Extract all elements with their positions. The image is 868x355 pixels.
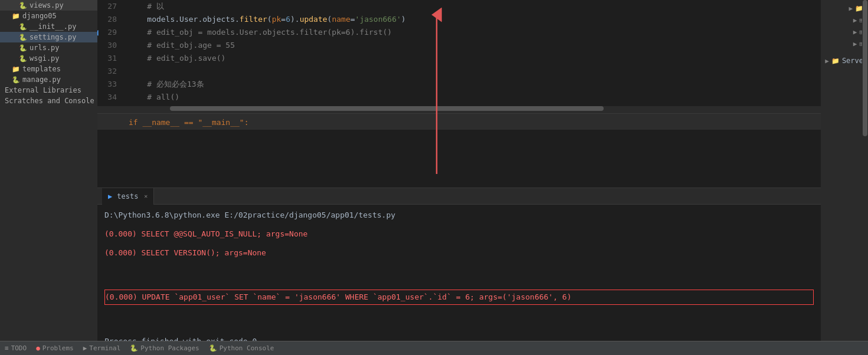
terminal-line-1: D:\Python3.6.8\python.exe E:/02practice/… xyxy=(104,209,814,221)
serve-label[interactable]: Serve xyxy=(842,57,863,65)
code-line-30: 30 # edit_obj.age = 55 xyxy=(97,39,821,52)
python-file-icon: 🐍 xyxy=(19,2,27,9)
code-line-34: 34 # all() xyxy=(97,91,821,104)
scrollbar-thumb xyxy=(863,0,867,136)
terminal-empty-4 xyxy=(104,328,814,336)
sidebar: 🐍 views.py 📁 django05 🐍 __init__.py 🐍 se… xyxy=(0,0,97,341)
terminal-empty-3 xyxy=(104,259,814,266)
bottom-code-line: if __name__ == "__main__": xyxy=(97,113,821,130)
expand-icon-3: ▶ xyxy=(853,28,857,36)
status-item-python-packages[interactable]: 🐍 Python Packages xyxy=(130,344,199,352)
terminal-section: ▶ tests ✕ D:\Python3.6.8\python.exe E:/0… xyxy=(97,188,821,341)
status-bar: ≡ TODO ● Problems ▶ Terminal 🐍 Python Pa… xyxy=(0,341,868,355)
python-file-icon: 🐍 xyxy=(19,44,27,52)
python-console-icon: 🐍 xyxy=(209,344,217,352)
highlighted-query: (0.000) UPDATE `app01_user` SET `name` =… xyxy=(104,290,814,305)
python-file-icon: 🐍 xyxy=(19,55,27,63)
if-main-line: if __name__ == "__main__": xyxy=(129,118,249,127)
right-panel: ▶ 📁 ▶ ⊞ ▶ ⊞ ▶ ⊞ ▶ 📁 Serve xyxy=(821,0,868,341)
terminal-tabs: ▶ tests ✕ xyxy=(97,188,821,205)
code-line-27: 27 # 以 xyxy=(97,0,821,13)
code-line-29: ◀29 # edit_obj = models.User.objects.fil… xyxy=(97,26,821,39)
expand-icon-5: ▶ xyxy=(825,57,829,65)
sidebar-item-django05[interactable]: 📁 django05 xyxy=(0,11,97,21)
code-lines: 27 # 以 28 models.User.objects.filter(pk=… xyxy=(97,0,821,104)
todo-icon: ≡ xyxy=(5,344,9,352)
status-item-terminal[interactable]: ▶ Terminal xyxy=(83,344,121,352)
terminal-line-2: (0.000) SELECT @@SQL_AUTO_IS_NULL; args=… xyxy=(104,228,814,240)
code-line-33: 33 # 必知必会13条 xyxy=(97,78,821,91)
sidebar-item-manage-py[interactable]: 🐍 manage.py xyxy=(0,74,97,85)
sidebar-item-templates[interactable]: 📁 templates xyxy=(0,64,97,74)
python-packages-icon: 🐍 xyxy=(130,344,138,352)
python-file-icon: 🐍 xyxy=(12,76,20,84)
terminal-tab-tests[interactable]: ▶ tests ✕ xyxy=(102,188,154,205)
expand-icon-2: ▶ xyxy=(853,17,857,24)
run-icon: ▶ xyxy=(108,192,112,200)
sidebar-item-wsgi-py[interactable]: 🐍 wsgi.py xyxy=(0,53,97,64)
code-line-31: 31 # edit_obj.save() xyxy=(97,52,821,65)
sidebar-item-settings-py[interactable]: 🐍 settings.py xyxy=(0,32,97,42)
terminal-empty-2 xyxy=(104,240,814,247)
code-line-32: 32 xyxy=(97,65,821,78)
sidebar-item-views-py[interactable]: 🐍 views.py xyxy=(0,0,97,11)
vertical-scrollbar[interactable] xyxy=(862,0,868,341)
terminal-icon: ▶ xyxy=(83,344,87,352)
folder-icon-serve: 📁 xyxy=(831,57,840,65)
sidebar-item-init-py[interactable]: 🐍 __init__.py xyxy=(0,21,97,32)
terminal-empty-1 xyxy=(104,221,814,228)
terminal-line-highlighted: (0.000) UPDATE `app01_user` SET `name` =… xyxy=(104,266,814,328)
status-item-todo[interactable]: ≡ TODO xyxy=(5,344,27,352)
sidebar-item-scratches[interactable]: Scratches and Console xyxy=(0,96,97,106)
folder-icon: 📁 xyxy=(12,12,20,20)
code-line-28: 28 models.User.objects.filter(pk=6).upda… xyxy=(97,13,821,26)
code-content[interactable]: 27 # 以 28 models.User.objects.filter(pk=… xyxy=(97,0,821,188)
status-item-python-console[interactable]: 🐍 Python Console xyxy=(209,344,274,352)
expand-icon: ▶ xyxy=(849,5,853,12)
terminal-content[interactable]: D:\Python3.6.8\python.exe E:/02practice/… xyxy=(97,205,821,341)
horizontal-scrollbar[interactable] xyxy=(97,106,821,113)
problems-icon: ● xyxy=(36,344,40,352)
terminal-line-3: (0.000) SELECT VERSION(); args=None xyxy=(104,247,814,259)
python-file-icon: 🐍 xyxy=(19,34,27,41)
python-file-icon: 🐍 xyxy=(19,23,27,31)
editor-area: 27 # 以 28 models.User.objects.filter(pk=… xyxy=(97,0,821,341)
close-tab-icon[interactable]: ✕ xyxy=(144,193,148,199)
expand-icon-4: ▶ xyxy=(853,40,857,48)
terminal-line-process: Process finished with exit code 0 xyxy=(104,336,814,341)
folder-icon: 📁 xyxy=(12,65,20,73)
status-item-problems[interactable]: ● Problems xyxy=(36,344,74,352)
right-panel-expand-5[interactable]: ▶ 📁 Serve xyxy=(823,55,866,66)
sidebar-item-urls-py[interactable]: 🐍 urls.py xyxy=(0,42,97,53)
sidebar-item-external-libs[interactable]: External Libraries xyxy=(0,85,97,96)
